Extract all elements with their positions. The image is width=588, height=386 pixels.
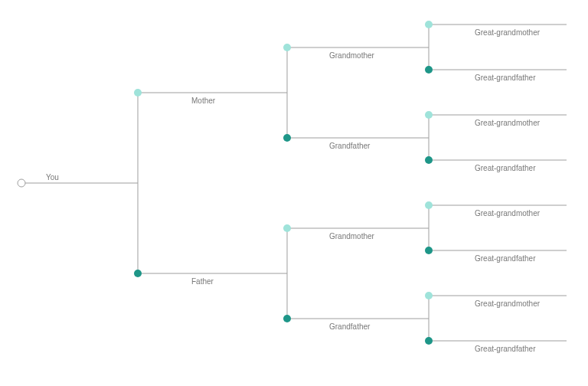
- node-grandfather-maternal[interactable]: [283, 134, 291, 142]
- label-ggf-2: Great-grandfather: [475, 164, 536, 172]
- label-ggf-4: Great-grandfather: [475, 345, 536, 353]
- connector-gen1-top: [138, 47, 287, 138]
- connector-gen1-bottom: [138, 228, 287, 319]
- label-ggm-4: Great-grandmother: [475, 299, 541, 308]
- node-father[interactable]: [134, 270, 142, 277]
- label-gm-maternal: Grandmother: [329, 51, 375, 60]
- node-ggf-2[interactable]: [425, 156, 433, 164]
- node-root[interactable]: [18, 179, 25, 187]
- node-ggm-4[interactable]: [425, 292, 433, 299]
- label-root: You: [46, 173, 59, 182]
- label-ggm-2: Great-grandmother: [475, 119, 541, 127]
- node-ggm-3[interactable]: [425, 201, 433, 209]
- node-ggf-3[interactable]: [425, 247, 433, 254]
- node-ggf-4[interactable]: [425, 337, 433, 345]
- family-tree-diagram: You Mother Father Grandmother Grandfathe…: [0, 0, 588, 386]
- node-grandmother-maternal[interactable]: [283, 44, 291, 51]
- label-gf-paternal: Grandfather: [329, 322, 371, 331]
- label-ggf-1: Great-grandfather: [475, 74, 536, 82]
- node-grandfather-paternal[interactable]: [283, 315, 291, 322]
- node-ggf-1[interactable]: [425, 66, 433, 74]
- node-ggm-2[interactable]: [425, 111, 433, 119]
- label-father: Father: [191, 277, 214, 286]
- label-ggf-3: Great-grandfather: [475, 254, 536, 263]
- node-grandmother-paternal[interactable]: [283, 224, 291, 232]
- label-mother: Mother: [191, 96, 216, 105]
- label-ggm-3: Great-grandmother: [475, 209, 541, 218]
- label-ggm-1: Great-grandmother: [475, 28, 541, 37]
- label-gf-maternal: Grandfather: [329, 142, 371, 150]
- node-mother[interactable]: [134, 89, 142, 96]
- label-gm-paternal: Grandmother: [329, 232, 375, 240]
- node-ggm-1[interactable]: [425, 21, 433, 28]
- connector-root: [21, 93, 138, 273]
